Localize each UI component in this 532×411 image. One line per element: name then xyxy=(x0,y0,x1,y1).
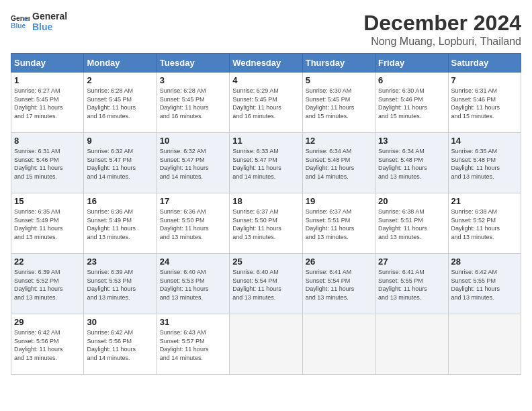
day-info: Sunrise: 6:28 AM Sunset: 5:45 PM Dayligh… xyxy=(160,87,226,120)
calendar-cell: 28Sunrise: 6:42 AM Sunset: 5:55 PM Dayli… xyxy=(448,254,521,314)
day-info: Sunrise: 6:40 AM Sunset: 5:54 PM Dayligh… xyxy=(232,268,299,302)
day-info: Sunrise: 6:36 AM Sunset: 5:49 PM Dayligh… xyxy=(87,208,153,241)
col-header-tuesday: Tuesday xyxy=(157,54,229,73)
day-number: 18 xyxy=(232,196,299,206)
day-info: Sunrise: 6:27 AM Sunset: 5:45 PM Dayligh… xyxy=(14,87,81,120)
day-number: 15 xyxy=(14,196,81,206)
day-info: Sunrise: 6:35 AM Sunset: 5:48 PM Dayligh… xyxy=(451,147,518,181)
calendar-cell xyxy=(302,314,375,375)
day-number: 21 xyxy=(451,196,518,206)
day-number: 5 xyxy=(306,75,372,85)
day-info: Sunrise: 6:31 AM Sunset: 5:46 PM Dayligh… xyxy=(14,147,81,181)
day-info: Sunrise: 6:41 AM Sunset: 5:54 PM Dayligh… xyxy=(306,268,372,302)
day-number: 26 xyxy=(306,257,372,267)
day-number: 31 xyxy=(160,317,226,327)
location: Nong Muang, Lopburi, Thailand xyxy=(363,36,521,48)
col-header-friday: Friday xyxy=(375,54,448,73)
day-info: Sunrise: 6:36 AM Sunset: 5:50 PM Dayligh… xyxy=(160,208,226,241)
calendar-cell: 11Sunrise: 6:33 AM Sunset: 5:47 PM Dayli… xyxy=(230,133,302,193)
day-number: 9 xyxy=(87,136,153,146)
day-info: Sunrise: 6:35 AM Sunset: 5:49 PM Dayligh… xyxy=(14,208,81,241)
day-number: 1 xyxy=(14,75,81,85)
calendar-cell: 30Sunrise: 6:42 AM Sunset: 5:56 PM Dayli… xyxy=(84,314,157,375)
calendar-cell: 16Sunrise: 6:36 AM Sunset: 5:49 PM Dayli… xyxy=(84,193,157,254)
calendar-cell: 20Sunrise: 6:38 AM Sunset: 5:51 PM Dayli… xyxy=(375,193,448,254)
calendar-cell: 14Sunrise: 6:35 AM Sunset: 5:48 PM Dayli… xyxy=(448,133,521,193)
svg-text:General: General xyxy=(11,15,30,22)
day-info: Sunrise: 6:29 AM Sunset: 5:45 PM Dayligh… xyxy=(232,87,299,120)
calendar-cell: 7Sunrise: 6:31 AM Sunset: 5:46 PM Daylig… xyxy=(448,73,521,133)
day-info: Sunrise: 6:39 AM Sunset: 5:53 PM Dayligh… xyxy=(87,268,153,302)
day-number: 27 xyxy=(378,257,445,267)
calendar: SundayMondayTuesdayWednesdayThursdayFrid… xyxy=(11,53,521,375)
day-info: Sunrise: 6:32 AM Sunset: 5:47 PM Dayligh… xyxy=(160,147,226,181)
calendar-cell: 23Sunrise: 6:39 AM Sunset: 5:53 PM Dayli… xyxy=(84,254,157,314)
day-info: Sunrise: 6:40 AM Sunset: 5:53 PM Dayligh… xyxy=(160,268,226,302)
title-block: December 2024 Nong Muang, Lopburi, Thail… xyxy=(363,11,521,48)
calendar-cell: 9Sunrise: 6:32 AM Sunset: 5:47 PM Daylig… xyxy=(84,133,157,193)
calendar-cell: 29Sunrise: 6:42 AM Sunset: 5:56 PM Dayli… xyxy=(11,314,84,375)
page-header: General Blue General Blue December 2024 … xyxy=(11,11,521,48)
day-number: 7 xyxy=(451,75,518,85)
day-number: 3 xyxy=(160,75,226,85)
col-header-monday: Monday xyxy=(84,54,157,73)
day-number: 20 xyxy=(378,196,445,206)
calendar-week-3: 15Sunrise: 6:35 AM Sunset: 5:49 PM Dayli… xyxy=(11,193,521,254)
calendar-cell: 10Sunrise: 6:32 AM Sunset: 5:47 PM Dayli… xyxy=(157,133,229,193)
day-info: Sunrise: 6:34 AM Sunset: 5:48 PM Dayligh… xyxy=(378,147,445,181)
day-number: 29 xyxy=(14,317,81,327)
day-number: 17 xyxy=(160,196,226,206)
day-info: Sunrise: 6:38 AM Sunset: 5:52 PM Dayligh… xyxy=(451,208,518,241)
calendar-cell: 25Sunrise: 6:40 AM Sunset: 5:54 PM Dayli… xyxy=(230,254,302,314)
calendar-cell: 2Sunrise: 6:28 AM Sunset: 5:45 PM Daylig… xyxy=(84,73,157,133)
calendar-cell: 12Sunrise: 6:34 AM Sunset: 5:48 PM Dayli… xyxy=(302,133,375,193)
calendar-cell: 13Sunrise: 6:34 AM Sunset: 5:48 PM Dayli… xyxy=(375,133,448,193)
day-info: Sunrise: 6:42 AM Sunset: 5:56 PM Dayligh… xyxy=(14,328,81,362)
day-number: 10 xyxy=(160,136,226,146)
calendar-cell: 21Sunrise: 6:38 AM Sunset: 5:52 PM Dayli… xyxy=(448,193,521,254)
calendar-cell: 24Sunrise: 6:40 AM Sunset: 5:53 PM Dayli… xyxy=(157,254,229,314)
calendar-cell xyxy=(448,314,521,375)
logo: General Blue General Blue xyxy=(11,11,67,32)
day-number: 16 xyxy=(87,196,153,206)
day-info: Sunrise: 6:32 AM Sunset: 5:47 PM Dayligh… xyxy=(87,147,153,181)
calendar-cell: 8Sunrise: 6:31 AM Sunset: 5:46 PM Daylig… xyxy=(11,133,84,193)
col-header-wednesday: Wednesday xyxy=(230,54,302,73)
day-info: Sunrise: 6:39 AM Sunset: 5:52 PM Dayligh… xyxy=(14,268,81,302)
day-info: Sunrise: 6:41 AM Sunset: 5:55 PM Dayligh… xyxy=(378,268,445,302)
day-number: 4 xyxy=(232,75,299,85)
calendar-header: SundayMondayTuesdayWednesdayThursdayFrid… xyxy=(11,54,521,73)
day-info: Sunrise: 6:30 AM Sunset: 5:46 PM Dayligh… xyxy=(378,87,445,120)
day-info: Sunrise: 6:42 AM Sunset: 5:56 PM Dayligh… xyxy=(87,328,153,362)
day-number: 14 xyxy=(451,136,518,146)
day-number: 30 xyxy=(87,317,153,327)
calendar-cell: 22Sunrise: 6:39 AM Sunset: 5:52 PM Dayli… xyxy=(11,254,84,314)
day-info: Sunrise: 6:31 AM Sunset: 5:46 PM Dayligh… xyxy=(451,87,518,120)
col-header-thursday: Thursday xyxy=(302,54,375,73)
calendar-cell xyxy=(230,314,302,375)
col-header-saturday: Saturday xyxy=(448,54,521,73)
day-number: 2 xyxy=(87,75,153,85)
day-info: Sunrise: 6:42 AM Sunset: 5:55 PM Dayligh… xyxy=(451,268,518,302)
day-number: 23 xyxy=(87,257,153,267)
calendar-cell: 17Sunrise: 6:36 AM Sunset: 5:50 PM Dayli… xyxy=(157,193,229,254)
calendar-week-5: 29Sunrise: 6:42 AM Sunset: 5:56 PM Dayli… xyxy=(11,314,521,375)
day-number: 8 xyxy=(14,136,81,146)
day-info: Sunrise: 6:30 AM Sunset: 5:45 PM Dayligh… xyxy=(306,87,372,120)
day-info: Sunrise: 6:28 AM Sunset: 5:45 PM Dayligh… xyxy=(87,87,153,120)
calendar-cell: 26Sunrise: 6:41 AM Sunset: 5:54 PM Dayli… xyxy=(302,254,375,314)
day-number: 22 xyxy=(14,257,81,267)
day-info: Sunrise: 6:37 AM Sunset: 5:51 PM Dayligh… xyxy=(306,208,372,241)
day-number: 6 xyxy=(378,75,445,85)
calendar-cell: 31Sunrise: 6:43 AM Sunset: 5:57 PM Dayli… xyxy=(157,314,229,375)
calendar-cell: 3Sunrise: 6:28 AM Sunset: 5:45 PM Daylig… xyxy=(157,73,229,133)
calendar-week-2: 8Sunrise: 6:31 AM Sunset: 5:46 PM Daylig… xyxy=(11,133,521,193)
calendar-cell: 1Sunrise: 6:27 AM Sunset: 5:45 PM Daylig… xyxy=(11,73,84,133)
calendar-cell: 27Sunrise: 6:41 AM Sunset: 5:55 PM Dayli… xyxy=(375,254,448,314)
day-info: Sunrise: 6:33 AM Sunset: 5:47 PM Dayligh… xyxy=(232,147,299,181)
svg-text:Blue: Blue xyxy=(11,22,26,30)
calendar-cell: 15Sunrise: 6:35 AM Sunset: 5:49 PM Dayli… xyxy=(11,193,84,254)
calendar-week-4: 22Sunrise: 6:39 AM Sunset: 5:52 PM Dayli… xyxy=(11,254,521,314)
calendar-cell: 18Sunrise: 6:37 AM Sunset: 5:50 PM Dayli… xyxy=(230,193,302,254)
day-number: 24 xyxy=(160,257,226,267)
